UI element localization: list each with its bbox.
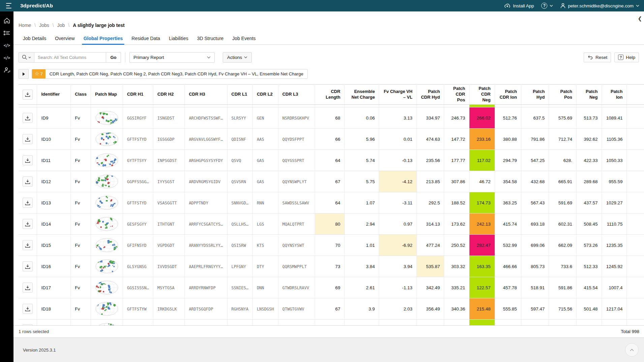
user-email: peter.schmidtke@discngine.com <box>568 3 634 8</box>
row-download-button[interactable] <box>23 283 33 293</box>
column-header-patch_cdr_ion[interactable]: Patch CDR Ion <box>495 85 521 105</box>
user-menu-button[interactable]: peter.schmidtke@discngine.com <box>560 3 639 8</box>
tab-overview[interactable]: Overview <box>51 32 79 44</box>
cell-patch_cdr_hyd: 334.97 <box>426 116 440 121</box>
row-download-button[interactable] <box>23 176 33 187</box>
tab-liabilities[interactable]: Liabilities <box>164 32 193 44</box>
column-header-patch_cdr_hyd[interactable]: Patch CDR Hyd <box>417 85 444 105</box>
menu-icon[interactable] <box>6 3 13 8</box>
column-header-cdr_h1[interactable]: CDR H1 <box>123 85 153 105</box>
scroll-to-top-button[interactable] <box>625 343 639 357</box>
row-download-button[interactable] <box>23 134 33 144</box>
column-header-class[interactable]: Class <box>71 85 91 105</box>
table-row-id14[interactable]: ID14FvGESFSGYYITHTGNTARRFYCSGATCYS…QSLLH… <box>19 213 644 235</box>
column-header-cdr_h3[interactable]: CDR H3 <box>185 85 227 105</box>
cell-cdr_h1: GESFSGYY <box>127 222 147 227</box>
patch-map-cell <box>91 213 123 235</box>
column-header-patch_map[interactable]: Patch Map <box>91 85 123 105</box>
table-row-id16[interactable]: ID16FvGLSYGNSGIVVDSGDTAAEPRLFRNGYYY…LPFG… <box>19 256 644 277</box>
breadcrumb-item[interactable]: Job <box>57 23 65 28</box>
row-download-button[interactable] <box>23 113 33 123</box>
cell-cdr_l1: QSLLHS… <box>232 222 249 227</box>
row-download-button[interactable] <box>23 304 33 314</box>
table-row-id9[interactable]: ID9FvGGSIRGYFISNGDSTARCHDFWSTSSWF…SLRSYY… <box>19 107 644 129</box>
cell-patch_cdr_neg: 266.02 <box>477 116 490 121</box>
cell-patch_cdr_hyd: 235.56 <box>426 158 440 163</box>
sidebar-item-code-2[interactable]: </> <box>0 52 13 64</box>
help-button[interactable]: ? Help <box>614 53 639 62</box>
collapse-panel-icon[interactable]: ❮ <box>638 15 642 22</box>
column-header-cdr_l1[interactable]: CDR L1 <box>227 85 253 105</box>
cell-cdr_l2: KTS <box>257 243 264 248</box>
tab-residue-data[interactable]: Residue Data <box>127 32 164 44</box>
cell-patch_cdr_ion: 294.79 <box>503 158 517 163</box>
cell-fv_charge: 0.01 <box>404 137 412 142</box>
column-header-patch_cdr_neg[interactable]: Patch CDR Neg <box>469 85 495 105</box>
cell-cdr_h3: ARRDYRNWFDP <box>189 286 215 290</box>
column-header-id[interactable]: Identifier <box>37 85 71 105</box>
column-header-ensemble_net_charge[interactable]: Ensemble Net Charge <box>344 85 379 105</box>
column-header-cdr_h2[interactable]: CDR H2 <box>153 85 185 105</box>
report-select[interactable]: Primary Report <box>129 52 215 63</box>
sidebar-item-user-admin[interactable] <box>0 64 13 76</box>
highlight-filter-chip[interactable]: ☆ 7 CDR Length, Patch CDR Neg, Patch CDR… <box>32 69 308 79</box>
cell-patch_cdr_ion: 380.88 <box>503 137 517 142</box>
reset-button[interactable]: Reset <box>584 53 611 62</box>
patch-map-cell <box>91 129 123 150</box>
sidebar-item-jobs[interactable] <box>0 27 13 39</box>
breadcrumb-item[interactable]: Jobs <box>39 23 49 28</box>
cell-id: ID10 <box>41 137 51 142</box>
go-button[interactable]: Go <box>106 53 121 62</box>
cell-cdr_l1: LPFGNY <box>232 264 246 269</box>
cell-patch_hyd: 791.86 <box>531 137 545 142</box>
table-row-id13[interactable]: ID13FvGFTFSTYDVSASGGTTADPPTNDYSNNVGD…RNN… <box>19 192 644 213</box>
row-download-button[interactable] <box>23 261 33 271</box>
sidebar-item-home[interactable] <box>0 14 13 27</box>
cell-patch_pos: 628. <box>563 158 572 163</box>
patch-map-cell <box>91 298 123 320</box>
expand-filters-button[interactable] <box>19 69 29 79</box>
cell-patch_cdr_pos: 147.72 <box>451 137 465 142</box>
actions-button[interactable]: Actions <box>223 52 252 63</box>
table-row-id17[interactable]: ID17FvGGSISSSN…MSYTGSAARRDYRNWFDPSSNIES…… <box>19 277 644 298</box>
column-header-cdr_l3[interactable]: CDR L3 <box>278 85 315 105</box>
install-app-button[interactable]: Install App <box>504 3 534 9</box>
column-header-patch_cdr_pos[interactable]: Patch CDR Pos <box>444 85 469 105</box>
row-download-button[interactable] <box>23 155 33 165</box>
row-download-button[interactable] <box>23 240 33 250</box>
breadcrumb-item[interactable]: Home <box>19 23 31 28</box>
cell-ensemble_net_charge: 1.01 <box>366 243 375 248</box>
row-download-button[interactable] <box>23 219 33 229</box>
table-row-id10[interactable]: ID10FvGFTFSTYDIGSGGDPARGVAVLGGSWYF…QDISN… <box>19 129 644 150</box>
table-row-partial-top <box>19 105 644 107</box>
cell-patch_cdr_ion: 466.66 <box>503 264 517 269</box>
download-all-button[interactable] <box>23 90 33 100</box>
tab-3d-structure[interactable]: 3D Structure <box>193 32 228 44</box>
column-header-fv_charge[interactable]: Fv Charge VH – VL <box>379 85 417 105</box>
cell-patch_cdr_hyd: 213.85 <box>426 179 440 184</box>
cell-patch_ion: 1245.92 <box>606 264 623 269</box>
results-region: IdentifierClassPatch MapCDR H1CDR H2CDR … <box>13 84 644 325</box>
row-download-button[interactable] <box>23 198 33 208</box>
column-header-cdr_l2[interactable]: CDR L2 <box>253 85 278 105</box>
table-row-id18[interactable]: ID18FvGFTFSTYWIRKDGSLKARDTSGQFDPRGHSNYAL… <box>19 298 644 320</box>
tab-job-details[interactable]: Job Details <box>19 32 51 44</box>
actions-label: Actions <box>227 55 242 60</box>
column-header-cdr_length[interactable]: CDR Length <box>315 85 344 105</box>
search-column-menu-button[interactable] <box>19 53 34 62</box>
column-header-patch_ion[interactable]: Patch Ion <box>602 85 627 105</box>
table-row-id12[interactable]: ID12FvGGPFSSGG…IYYSGSTARDVRGMSYGIDVQSVSR… <box>19 171 644 192</box>
column-header-patch_neg[interactable]: Patch Neg <box>576 85 602 105</box>
sidebar-item-code[interactable]: </> <box>0 39 13 52</box>
table-row-id15[interactable]: ID15FvGFIFNSYDVGPDGDTARANYYDSSRLYY…QSISR… <box>19 235 644 256</box>
tab-job-events[interactable]: Job Events <box>228 32 260 44</box>
cell-cdr_h2: ISNGDST <box>157 116 175 121</box>
column-header-patch_hyd[interactable]: Patch Hyd <box>521 85 549 105</box>
search-input[interactable] <box>34 53 106 62</box>
cell-patch_cdr_hyd: 474.63 <box>426 137 440 142</box>
help-menu-button[interactable]: ? <box>541 3 553 9</box>
column-header-patch_pos[interactable]: Patch Pos <box>549 85 577 105</box>
tab-global-properties[interactable]: Global Properties <box>79 32 127 44</box>
cell-cdr_h2: IRKDGSLK <box>157 307 177 311</box>
table-row-id11[interactable]: ID11FvGYTFTSYYINPSGDSTARGHGPGSYSYFDYQSVQ… <box>19 150 644 171</box>
